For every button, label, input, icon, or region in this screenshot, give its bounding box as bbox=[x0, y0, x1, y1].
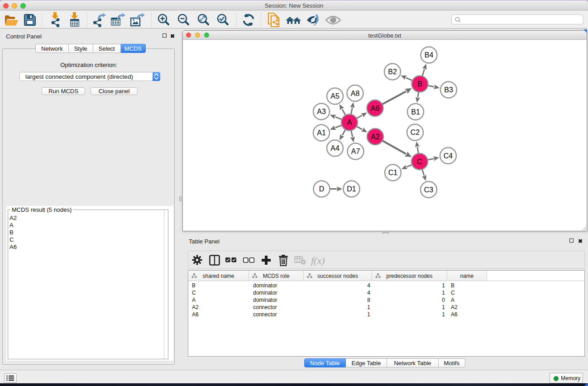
svg-text:D1: D1 bbox=[347, 185, 356, 193]
svg-text:B: B bbox=[417, 80, 422, 88]
svg-text:B4: B4 bbox=[425, 51, 434, 59]
svg-text:A7: A7 bbox=[351, 148, 360, 155]
svg-text:A1: A1 bbox=[317, 129, 326, 137]
svg-text:A6: A6 bbox=[371, 105, 380, 112]
svg-text:C2: C2 bbox=[411, 129, 420, 136]
svg-text:B2: B2 bbox=[388, 68, 397, 76]
svg-text:A8: A8 bbox=[351, 90, 360, 97]
svg-text:A4: A4 bbox=[330, 144, 339, 152]
svg-text:D: D bbox=[319, 185, 325, 193]
svg-text:C3: C3 bbox=[424, 186, 434, 194]
svg-text:A5: A5 bbox=[330, 92, 339, 100]
svg-text:A3: A3 bbox=[317, 108, 326, 115]
svg-text:A: A bbox=[347, 119, 352, 126]
svg-text:C: C bbox=[417, 158, 422, 166]
svg-text:C1: C1 bbox=[388, 169, 398, 176]
svg-text:B1: B1 bbox=[411, 108, 420, 116]
svg-text:B3: B3 bbox=[444, 86, 453, 94]
svg-text:A2: A2 bbox=[371, 133, 380, 141]
svg-text:C4: C4 bbox=[444, 152, 453, 160]
